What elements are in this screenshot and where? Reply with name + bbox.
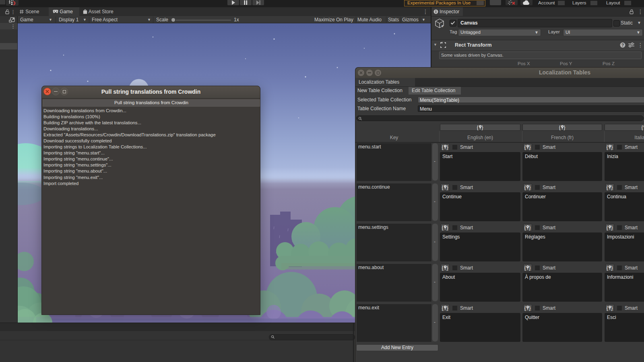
svg-text:{: {: [642, 125, 643, 130]
svg-text:{: {: [524, 225, 526, 230]
svg-text:{: {: [524, 144, 526, 150]
svg-text:{: {: [607, 265, 608, 271]
svg-text:{: {: [607, 225, 608, 230]
svg-text:{: {: [559, 125, 561, 130]
svg-text:{: {: [524, 265, 526, 271]
svg-text:}: }: [447, 265, 448, 271]
svg-text:}: }: [611, 305, 613, 311]
svg-text:}: }: [447, 305, 448, 311]
svg-text:{: {: [442, 265, 444, 271]
svg-text:}: }: [529, 144, 531, 150]
svg-text:}: }: [529, 185, 531, 190]
svg-text:}: }: [447, 144, 448, 150]
svg-text:}: }: [447, 225, 448, 230]
svg-text:}: }: [529, 305, 531, 311]
svg-text:{: {: [524, 305, 526, 311]
svg-text:}: }: [611, 225, 613, 230]
svg-text:}: }: [482, 125, 483, 130]
svg-text:?: ?: [621, 43, 624, 47]
svg-text:{: {: [607, 185, 608, 190]
svg-text:{: {: [442, 225, 444, 230]
svg-text:}: }: [611, 265, 613, 271]
svg-text:{: {: [442, 144, 444, 150]
svg-text:{: {: [607, 305, 608, 311]
svg-text:}: }: [611, 185, 613, 190]
svg-text:}: }: [529, 225, 531, 230]
svg-text:{: {: [442, 305, 444, 311]
svg-text:{: {: [477, 125, 479, 130]
svg-text:}: }: [447, 185, 448, 190]
svg-text:}: }: [564, 125, 566, 130]
svg-text:{: {: [607, 144, 608, 150]
svg-text:}: }: [529, 265, 531, 271]
svg-text:}: }: [611, 144, 613, 150]
svg-text:{: {: [524, 185, 526, 190]
svg-text:{: {: [442, 185, 444, 190]
